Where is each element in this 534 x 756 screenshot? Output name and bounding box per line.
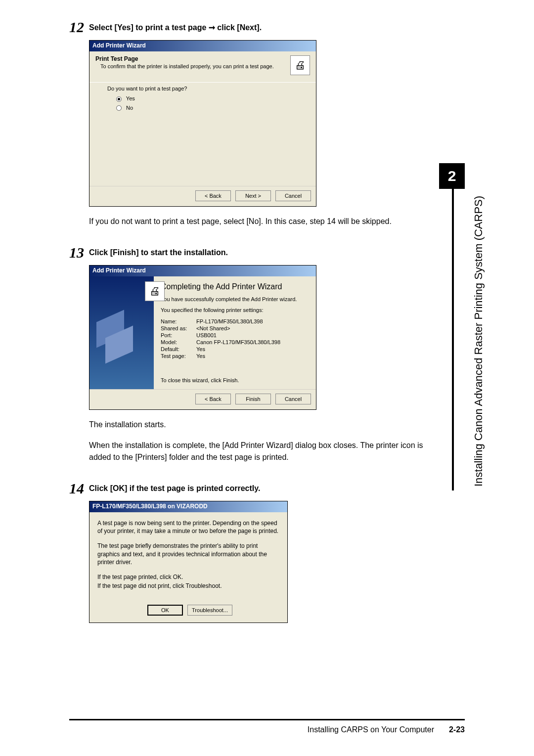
- dialog-paragraph: If the test page did not print, click Tr…: [97, 582, 279, 590]
- add-printer-wizard-dialog-finish: Add Printer Wizard 🖨 Completing the Add …: [89, 265, 316, 410]
- printer-settings-table: Name:FP-L170/MF350/L380/L398 Shared as:<…: [161, 318, 282, 359]
- dialog-close-note: To close this wizard, click Finish.: [161, 377, 309, 383]
- step-number: 14: [69, 481, 89, 623]
- dialog-paragraph: If the test page printed, click OK.: [97, 573, 279, 581]
- radio-yes-label: Yes: [126, 95, 135, 101]
- dialog-header-title: Print Test Page: [95, 55, 290, 62]
- step-title: Select [Yes] to print a test page ➞ clic…: [89, 23, 435, 32]
- dialog-side-art: 🖨: [89, 276, 154, 389]
- step-title: Click [OK] if the test page is printed c…: [89, 484, 435, 493]
- radio-no-label: No: [126, 105, 133, 111]
- step-12: 12 Select [Yes] to print a test page ➞ c…: [69, 20, 435, 230]
- step-note: The installation starts.: [89, 419, 435, 431]
- dialog-titlebar: Add Printer Wizard: [89, 266, 316, 276]
- printer-icon: 🖨: [290, 55, 310, 75]
- step-title: Click [Finish] to start the installation…: [89, 248, 435, 257]
- radio-no[interactable]: No: [116, 105, 301, 111]
- row-value: Yes: [196, 353, 282, 359]
- add-printer-wizard-dialog-testpage: Add Printer Wizard Print Test Page To co…: [89, 40, 316, 207]
- dialog-question: Do you want to print a test page?: [107, 86, 301, 91]
- ok-button[interactable]: OK: [147, 605, 183, 616]
- back-button[interactable]: < Back: [195, 190, 231, 201]
- dialog-text: You have successfully completed the Add …: [161, 296, 309, 302]
- dialog-titlebar: FP-L170/MF350/L380/L398 on VIZARODD: [89, 501, 287, 512]
- row-key: Model:: [161, 339, 196, 346]
- chapter-tab: 2: [439, 163, 465, 189]
- row-value: Yes: [196, 346, 282, 353]
- step-13: 13 Click [Finish] to start the installat…: [69, 245, 435, 466]
- step-14: 14 Click [OK] if the test page is printe…: [69, 481, 435, 623]
- radio-yes[interactable]: Yes: [116, 95, 301, 102]
- chapter-title-text: Installing Canon Advanced Raster Printin…: [472, 196, 485, 487]
- row-value: USB001: [196, 332, 282, 339]
- finish-button[interactable]: Finish: [235, 394, 271, 404]
- step-note: When the installation is complete, the […: [89, 440, 435, 463]
- radio-icon: [116, 96, 122, 102]
- chapter-title-vertical: Installing Canon Advanced Raster Printin…: [473, 193, 485, 489]
- footer-section: Installing CARPS on Your Computer: [308, 725, 434, 734]
- troubleshoot-button[interactable]: Troubleshoot...: [187, 605, 232, 616]
- cancel-button[interactable]: Cancel: [275, 190, 311, 201]
- page-footer: Installing CARPS on Your Computer 2-23: [69, 719, 465, 734]
- row-key: Shared as:: [161, 325, 196, 332]
- row-value: Canon FP-L170/MF350/L380/L398: [196, 339, 282, 346]
- row-key: Test page:: [161, 353, 196, 359]
- radio-icon: [116, 105, 122, 111]
- row-value: <Not Shared>: [196, 325, 282, 332]
- row-key: Default:: [161, 346, 196, 353]
- row-key: Port:: [161, 332, 196, 339]
- step-note: If you do not want to print a test page,…: [89, 216, 435, 227]
- dialog-heading: Completing the Add Printer Wizard: [161, 282, 309, 291]
- footer-page-number: 2-23: [449, 725, 465, 734]
- step-number: 12: [69, 20, 89, 230]
- test-page-sent-dialog: FP-L170/MF350/L380/L398 on VIZARODD A te…: [89, 501, 288, 623]
- step-number: 13: [69, 245, 89, 466]
- dialog-paragraph: The test page briefly demonstrates the p…: [97, 542, 279, 566]
- dialog-titlebar: Add Printer Wizard: [89, 41, 316, 51]
- dialog-paragraph: A test page is now being sent to the pri…: [97, 519, 279, 535]
- cancel-button[interactable]: Cancel: [275, 394, 311, 404]
- printer-icon: 🖨: [145, 281, 165, 301]
- next-button[interactable]: Next >: [235, 190, 271, 201]
- back-button[interactable]: < Back: [195, 394, 231, 404]
- dialog-header-subtitle: To confirm that the printer is installed…: [95, 62, 290, 69]
- dialog-text: You specified the following printer sett…: [161, 307, 309, 313]
- row-key: Name:: [161, 318, 196, 325]
- chapter-divider: [452, 189, 454, 490]
- row-value: FP-L170/MF350/L380/L398: [196, 318, 282, 325]
